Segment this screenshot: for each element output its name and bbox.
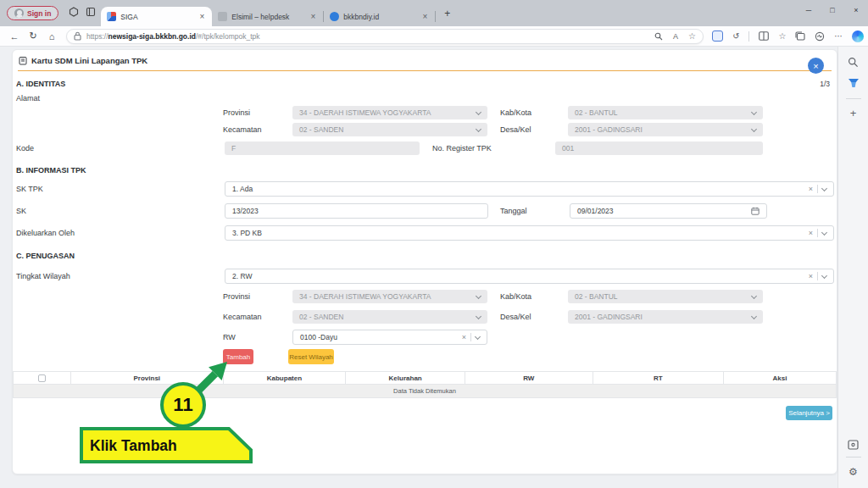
clear-icon[interactable]: × <box>809 229 813 237</box>
select-all-checkbox[interactable] <box>38 374 46 382</box>
favorites-icon[interactable]: ☆ <box>778 31 786 41</box>
home-button[interactable]: ⌂ <box>42 31 61 42</box>
kab-kota-label: Kab/Kota <box>487 108 568 117</box>
chevron-down-icon[interactable] <box>821 185 827 191</box>
close-icon: × <box>813 61 818 71</box>
chevron-down-icon <box>751 108 757 114</box>
zoom-icon[interactable] <box>654 32 663 41</box>
penugasan-kecamatan-select: 02 - SANDEN <box>292 310 487 324</box>
rw-value: 0100 -Dayu <box>300 333 337 341</box>
clear-icon[interactable]: × <box>809 272 813 280</box>
back-button[interactable]: ← <box>5 31 24 42</box>
copilot-icon[interactable] <box>852 30 864 42</box>
tab-strip: Sign in SIGA × Elsimil – helpdesk × bkkb… <box>0 0 868 26</box>
rw-label: RW <box>223 333 292 341</box>
title-underline <box>18 70 832 71</box>
selanjutnya-button[interactable]: Selanjutnya > <box>786 406 832 420</box>
minimize-button[interactable]: ─ <box>797 2 821 19</box>
sk-label: SK <box>16 207 225 215</box>
provinsi-value: 34 - DAERAH ISTIMEWA YOGYAKARTA <box>299 292 431 301</box>
profile-signin-button[interactable]: Sign in <box>7 6 58 20</box>
sidebar-shopping-icon[interactable] <box>848 78 860 88</box>
reset-wilayah-button[interactable]: Reset Wilayah <box>288 349 334 364</box>
workspaces-icon[interactable] <box>67 5 81 19</box>
favorite-star-icon[interactable]: ☆ <box>688 31 696 41</box>
tab-title: bkkbndiy.id <box>343 13 420 21</box>
address-bar[interactable]: https://newsiga-siga.bkkbn.go.id/#/tpk/k… <box>66 29 704 44</box>
sk-value: 13/2023 <box>232 207 259 215</box>
kecamatan-select: 02 - SANDEN <box>292 123 487 136</box>
tingkat-wilayah-select[interactable]: 2. RW× <box>225 269 834 284</box>
tab-close-icon[interactable]: × <box>198 12 207 21</box>
desa-kel-select: 2001 - GADINGSARI <box>568 123 763 136</box>
sk-input[interactable]: 13/2023 <box>225 203 488 219</box>
browser-window: Sign in SIGA × Elsimil – helpdesk × bkkb… <box>0 0 868 488</box>
tingkat-wilayah-value: 2. RW <box>232 272 252 280</box>
clear-icon[interactable]: × <box>809 185 813 193</box>
navigation-bar: ← ↻ ⌂ https://newsiga-siga.bkkbn.go.id/#… <box>0 26 868 47</box>
kab-kota-select: 02 - BANTUL <box>568 106 763 119</box>
card-title-icon <box>19 56 27 65</box>
split-screen-icon[interactable] <box>759 31 769 41</box>
page-title: Kartu SDM Lini Lapangan TPK <box>31 56 147 65</box>
clear-icon[interactable]: × <box>462 333 466 341</box>
annotation-step-number: 11 <box>160 382 206 428</box>
dikeluarkan-select[interactable]: 3. PD KB× <box>225 225 834 241</box>
calendar-icon[interactable] <box>751 207 760 215</box>
chevron-down-icon[interactable] <box>821 272 827 278</box>
tab-elsimil[interactable]: Elsimil – helpdesk × <box>212 7 323 26</box>
web-capture-icon[interactable] <box>848 440 859 450</box>
sidebar-settings-icon[interactable]: ⚙ <box>849 466 858 478</box>
provinsi-label: Provinsi <box>223 108 292 117</box>
annotation-label: Klik Tambah <box>90 435 242 457</box>
chevron-down-icon[interactable] <box>475 333 481 339</box>
no-register-label: No. Register TPK <box>420 144 555 152</box>
bkkbndiy-favicon <box>330 12 339 21</box>
sidebar-search-icon[interactable] <box>848 57 859 68</box>
window-close-button[interactable]: × <box>844 2 868 19</box>
tingkat-wilayah-label: Tingkat Wilayah <box>16 272 225 280</box>
rw-select[interactable]: 0100 -Dayu× <box>292 330 487 345</box>
tab-close-icon[interactable]: × <box>309 12 318 21</box>
chevron-down-icon <box>476 313 481 319</box>
sidebar-add-icon[interactable]: + <box>850 107 857 119</box>
signin-label: Sign in <box>27 9 51 18</box>
sk-tpk-label: SK TPK <box>16 185 225 193</box>
more-icon[interactable]: ⋯ <box>834 31 843 41</box>
sk-tpk-select[interactable]: 1. Ada× <box>225 181 834 197</box>
kecamatan-label: Kecamatan <box>223 313 292 321</box>
kode-value: F <box>231 144 236 152</box>
refresh-button[interactable]: ↻ <box>24 30 42 42</box>
dikeluarkan-value: 3. PD KB <box>232 229 262 237</box>
dikeluarkan-label: Dikeluarkan Oleh <box>16 229 225 237</box>
tab-bkkbndiy[interactable]: bkkbndiy.id × <box>324 7 435 26</box>
tab-close-icon[interactable]: × <box>421 12 430 21</box>
tab-title: Elsimil – helpdesk <box>231 13 309 21</box>
enhance-icon[interactable] <box>712 30 723 42</box>
chevron-down-icon <box>751 313 757 319</box>
sk-tpk-value: 1. Ada <box>232 185 253 193</box>
desa-kel-label: Desa/Kel <box>487 313 568 321</box>
kab-kota-value: 02 - BANTUL <box>575 292 618 301</box>
close-form-button[interactable]: × <box>808 58 824 74</box>
url-protocol: https:// <box>86 32 108 41</box>
tanggal-value: 09/01/2023 <box>577 207 614 215</box>
section-b-heading: B. INFORMASI TPK <box>13 166 837 176</box>
window-controls: ─ □ × <box>797 0 868 26</box>
collections-icon[interactable] <box>795 31 805 41</box>
tanggal-input[interactable]: 09/01/2023 <box>570 203 767 219</box>
kab-kota-value: 02 - BANTUL <box>575 108 618 117</box>
col-kelurahan: Kelurahan <box>346 372 465 385</box>
new-tab-button[interactable]: + <box>444 8 450 19</box>
url-domain: newsiga-siga.bkkbn.go.id <box>108 32 196 41</box>
browser-essentials-icon[interactable] <box>815 31 825 42</box>
table-empty-row: Data Tidak Ditemukan <box>14 385 837 398</box>
read-aloud-icon[interactable]: A <box>673 32 678 41</box>
edge-sidebar: + ⚙ <box>837 47 868 488</box>
tab-siga[interactable]: SIGA × <box>101 7 212 26</box>
history-icon[interactable]: ↻ <box>732 31 739 41</box>
chevron-down-icon[interactable] <box>821 229 827 235</box>
chevron-down-icon <box>476 125 481 131</box>
tab-actions-icon[interactable] <box>84 5 97 19</box>
maximize-button[interactable]: □ <box>821 2 844 19</box>
